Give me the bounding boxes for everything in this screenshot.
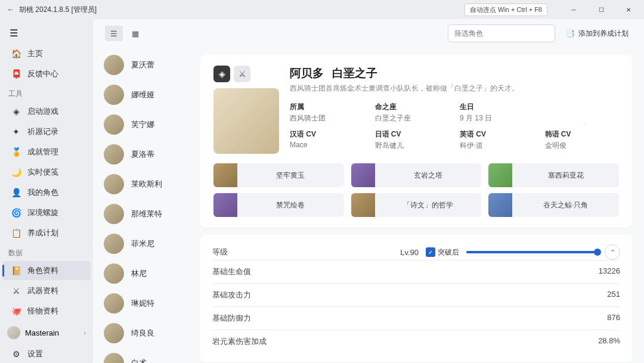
sidebar-item-label: 设置 (27, 349, 43, 359)
material-label: 坚牢黄玉 (237, 170, 344, 181)
material-icon (488, 193, 512, 217)
sidebar: ☰ 🏠 主页 📮 反馈中心 工具 ◈启动游戏 ✦祈愿记录 🏅成就管理 🌙实时便笺… (0, 19, 93, 363)
sidebar-item-label: 成就管理 (27, 147, 58, 157)
element-icon: ◈ (213, 66, 230, 82)
achievement-icon: 🏅 (11, 147, 21, 157)
list-item[interactable]: 芙宁娜 (93, 110, 200, 139)
info-value: 9 月 13 日 (460, 113, 534, 123)
material-item[interactable]: 吞天之鲸·只角 (488, 193, 619, 217)
add-to-plan-button[interactable]: 📑 添加到养成计划 (562, 26, 632, 41)
filter-input[interactable] (448, 24, 555, 42)
sidebar-item-chardata[interactable]: 📔角色资料 (2, 261, 91, 280)
char-avatar-icon (104, 353, 124, 363)
material-label: 塞西莉亚花 (512, 170, 619, 181)
info-value: 科伊·道 (460, 141, 534, 151)
close-button[interactable]: ✕ (615, 1, 642, 18)
material-item[interactable]: 玄岩之塔 (351, 163, 482, 187)
character-list[interactable]: 夏沃蕾 娜维娅 芙宁娜 夏洛蒂 莱欧斯利 那维莱特 菲米尼 林尼 琳妮特 绮良良… (93, 48, 200, 363)
list-item[interactable]: 林尼 (93, 259, 200, 288)
toolbar: ☰ ▦ 📑 添加到养成计划 (93, 19, 644, 48)
sidebar-item-plan[interactable]: 📋养成计划 (2, 224, 91, 243)
info-label: 日语 CV (375, 129, 450, 139)
level-label: 等级 (212, 247, 228, 257)
maximize-button[interactable]: ☐ (588, 1, 614, 18)
list-item[interactable]: 菲米尼 (93, 229, 200, 259)
sidebar-item-feedback[interactable]: 📮 反馈中心 (2, 64, 91, 83)
stat-label: 岩元素伤害加成 (212, 336, 267, 347)
list-item[interactable]: 琳妮特 (93, 288, 200, 318)
home-icon: 🏠 (11, 48, 21, 59)
list-item[interactable]: 莱欧斯利 (93, 169, 200, 199)
minimize-button[interactable]: ─ (561, 1, 587, 18)
level-slider[interactable] (466, 251, 597, 253)
stat-label: 基础攻击力 (212, 290, 251, 300)
char-name-label: 莱欧斯利 (131, 179, 162, 190)
character-portrait (213, 88, 279, 154)
char-avatar-icon (104, 144, 124, 165)
sidebar-item-settings[interactable]: ⚙设置 (2, 345, 91, 363)
stat-value: 876 (607, 313, 620, 324)
sidebar-item-weapondata[interactable]: ⚔武器资料 (2, 281, 91, 300)
char-avatar-icon (104, 55, 124, 75)
view-grid-button[interactable]: ▦ (126, 26, 144, 41)
char-avatar-icon (104, 85, 124, 105)
character-description: 西风骑士团首席炼金术士兼调查小队队长，被称做「白垩之子」的天才。 (290, 83, 619, 94)
char-avatar-icon (104, 323, 124, 343)
material-label: 「诗文」的哲学 (375, 200, 482, 210)
menu-icon[interactable]: ☰ (0, 23, 93, 44)
char-name-label: 夏洛蒂 (131, 149, 154, 160)
check-icon: ✓ (426, 247, 435, 257)
material-label: 吞天之鲸·只角 (512, 200, 619, 210)
view-list-button[interactable]: ☰ (105, 26, 123, 41)
plan-add-icon: 📑 (566, 29, 575, 38)
sidebar-item-mychar[interactable]: 👤我的角色 (2, 183, 91, 202)
material-item[interactable]: 「诗文」的哲学 (351, 193, 482, 217)
list-item[interactable]: 夏洛蒂 (93, 139, 200, 169)
list-item[interactable]: 娜维娅 (93, 80, 200, 110)
user-avatar-icon (7, 326, 20, 339)
material-icon (351, 163, 375, 187)
stat-value: 13226 (599, 266, 620, 277)
list-item[interactable]: 夏沃蕾 (93, 50, 200, 80)
sidebar-item-label: 我的角色 (27, 187, 58, 198)
character-detail[interactable]: ◈ ⚔ 阿贝多 白垩之子 西风骑士团首席炼金术士兼调查小队队长，被称做「白垩之子… (200, 48, 644, 363)
char-avatar-icon (104, 114, 124, 135)
list-item[interactable]: 白术 (93, 348, 200, 363)
material-icon (488, 163, 512, 187)
weapondata-icon: ⚔ (11, 286, 21, 296)
char-name-label: 绮良良 (131, 328, 154, 339)
info-value: Mace (290, 141, 364, 149)
content: ☰ ▦ 📑 添加到养成计划 夏沃蕾 娜维娅 芙宁娜 夏洛蒂 莱欧斯利 那维莱特 … (93, 19, 644, 363)
material-item[interactable]: 塞西莉亚花 (488, 163, 619, 187)
stats-card: 等级 Lv.90 ✓ 突破后 ⌃ 基础生命值13226 基础攻击力251 (200, 235, 632, 362)
char-avatar-icon (104, 293, 124, 314)
notes-icon: 🌙 (11, 167, 21, 178)
add-plan-label: 添加到养成计划 (578, 29, 628, 39)
material-icon (213, 193, 237, 217)
sidebar-item-home[interactable]: 🏠 主页 (2, 44, 91, 63)
stat-row: 基础防御力876 (212, 306, 620, 330)
sidebar-item-abyss[interactable]: 🌀深境螺旋 (2, 203, 91, 222)
ascend-label: 突破后 (438, 247, 459, 257)
char-avatar-icon (104, 174, 124, 194)
material-item[interactable]: 禁咒绘卷 (213, 193, 344, 217)
sidebar-item-monsterdata[interactable]: 🐙怪物资料 (2, 302, 91, 321)
collapse-button[interactable]: ⌃ (605, 244, 620, 260)
section-tools: 工具 (0, 84, 93, 101)
material-item[interactable]: 坚牢黄玉 (213, 163, 344, 187)
sidebar-item-launch[interactable]: ◈启动游戏 (2, 102, 91, 121)
sidebar-item-label: 武器资料 (27, 286, 58, 296)
back-button[interactable]: ← (7, 5, 14, 14)
list-item[interactable]: 那维莱特 (93, 199, 200, 229)
info-label: 命之座 (375, 102, 450, 112)
header-card: ◈ ⚔ 阿贝多 白垩之子 西风骑士团首席炼金术士兼调查小队队长，被称做「白垩之子… (200, 55, 632, 228)
sidebar-item-notes[interactable]: 🌙实时便笺 (2, 163, 91, 182)
sidebar-user[interactable]: Masterain › (0, 321, 93, 344)
feedback-icon: 📮 (11, 69, 21, 79)
info-value: 西风骑士团 (290, 113, 364, 123)
ascend-checkbox[interactable]: ✓ 突破后 (426, 247, 459, 257)
char-name-label: 娜维娅 (131, 89, 154, 100)
sidebar-item-wish[interactable]: ✦祈愿记录 (2, 122, 91, 141)
list-item[interactable]: 绮良良 (93, 318, 200, 348)
sidebar-item-achievement[interactable]: 🏅成就管理 (2, 142, 91, 162)
